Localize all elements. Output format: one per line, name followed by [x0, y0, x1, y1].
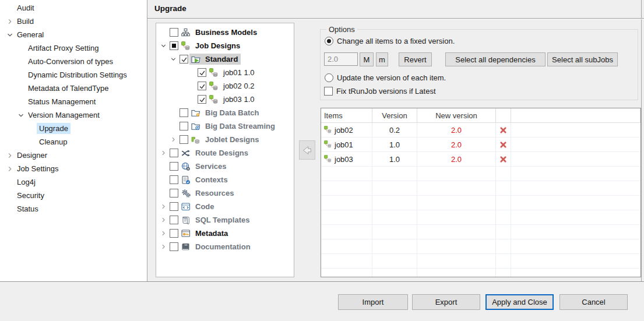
checkbox-unchecked[interactable]	[170, 28, 178, 37]
checkbox-unchecked[interactable]	[170, 229, 178, 238]
sidebar-item-upgrade[interactable]: Upgrade	[0, 122, 147, 135]
checkbox-partial[interactable]	[170, 41, 178, 50]
apply-and-close-button[interactable]: Apply and Close	[485, 294, 554, 310]
tree-item-services[interactable]: Services	[156, 160, 294, 173]
item-new-version[interactable]: 2.0	[417, 152, 496, 167]
sidebar-item-metadata-talendtype[interactable]: Metadata of TalendType	[0, 82, 147, 95]
checkbox-unchecked[interactable]	[170, 175, 178, 184]
radio-unselected[interactable]	[325, 73, 333, 82]
chevron-right-icon[interactable]	[159, 202, 168, 211]
sidebar-item-job-settings[interactable]: Job Settings	[0, 162, 147, 175]
tree-item-code[interactable]: Code	[156, 200, 294, 213]
tree-item-standard[interactable]: Standard	[156, 52, 294, 66]
sidebar-item-build[interactable]: Build	[0, 15, 147, 28]
tree-item-contexts[interactable]: Contexts	[156, 173, 294, 186]
fix-trunjob-option[interactable]: Fix tRunJob versions if Latest	[324, 87, 436, 96]
radio-selected[interactable]	[325, 37, 333, 45]
cancel-button[interactable]: Cancel	[559, 294, 628, 310]
chevron-down-icon[interactable]	[159, 41, 168, 51]
chevron-down-icon[interactable]	[16, 111, 26, 120]
sidebar-item-artifact-proxy[interactable]: Artifact Proxy Setting	[0, 41, 147, 55]
sidebar-item-dynamic-distribution[interactable]: Dynamic Distribution Settings	[0, 68, 147, 82]
sidebar-item-log4j[interactable]: Log4j	[0, 175, 147, 189]
checkbox-unchecked[interactable]	[170, 202, 178, 211]
sidebar-item-designer[interactable]: Designer	[0, 149, 147, 162]
tree-item-job03[interactable]: job03 1.0	[156, 93, 294, 106]
sidebar-item-status[interactable]: Status	[0, 202, 147, 216]
each-item-option[interactable]: Update the version of each item.	[325, 73, 446, 82]
sidebar-item-cleanup[interactable]: Cleanup	[0, 135, 147, 149]
sidebar-item-general[interactable]: General	[0, 28, 147, 41]
table-empty-row	[321, 254, 641, 269]
sidebar-item-status-management[interactable]: Status Management	[0, 95, 147, 108]
remove-item-button[interactable]	[498, 154, 509, 164]
checkbox-unchecked[interactable]	[170, 189, 178, 197]
import-button[interactable]: Import	[338, 294, 408, 310]
tree-item-job02[interactable]: job02 0.2	[156, 79, 294, 93]
fixed-version-option[interactable]: Change all items to a fixed version.	[325, 37, 455, 45]
fixed-version-input[interactable]	[324, 52, 358, 66]
checkbox-unchecked[interactable]	[180, 108, 188, 117]
checkbox-unchecked[interactable]	[170, 162, 178, 171]
select-all-dependencies-button[interactable]: Select all dependencies	[445, 52, 546, 66]
tree-item-big-data-batch[interactable]: Big Data Batch	[156, 106, 294, 119]
tree-item-job-designs[interactable]: Job Designs	[156, 39, 294, 52]
checkbox-checked[interactable]	[198, 95, 206, 104]
chevron-spacer	[186, 95, 196, 104]
checkbox-unchecked[interactable]	[170, 216, 178, 224]
table-row[interactable]: job01 1.0 2.0	[321, 137, 641, 152]
preferences-sidebar: Audit Build General Artifact Proxy Setti…	[0, 0, 147, 281]
chevron-right-icon[interactable]	[159, 242, 168, 252]
tree-item-metadata[interactable]: Metadata	[156, 227, 294, 240]
tree-item-job01[interactable]: job01 1.0	[156, 66, 294, 79]
column-header-new-version[interactable]: New version	[417, 108, 496, 123]
chevron-right-icon[interactable]	[168, 135, 178, 144]
item-selection-tree: Business Models Job Designs Standard job…	[156, 23, 294, 277]
revert-button[interactable]: Revert	[399, 52, 432, 66]
tree-item-sql-templates[interactable]: SQL Templates	[156, 213, 294, 227]
tree-item-documentation[interactable]: Documentation	[156, 240, 294, 253]
minor-version-button[interactable]: m	[376, 52, 388, 66]
chevron-right-icon[interactable]	[5, 17, 15, 26]
tree-item-joblet-designs[interactable]: Joblet Designs	[156, 133, 294, 146]
checkbox-unchecked[interactable]	[180, 135, 188, 144]
chevron-right-icon[interactable]	[5, 164, 15, 174]
sidebar-item-auto-conversion[interactable]: Auto-Conversion of types	[0, 55, 147, 68]
major-version-button[interactable]: M	[360, 52, 374, 66]
sidebar-item-audit[interactable]: Audit	[0, 1, 147, 15]
move-left-button[interactable]	[299, 140, 315, 160]
checkbox-unchecked[interactable]	[170, 149, 178, 157]
select-all-subjobs-button[interactable]: Select all subJobs	[547, 52, 618, 66]
chevron-right-icon[interactable]	[5, 151, 15, 160]
tree-item-label: Services	[193, 161, 228, 172]
preferences-dialog: Audit Build General Artifact Proxy Setti…	[0, 0, 644, 321]
table-row[interactable]: job02 0.2 2.0	[321, 123, 641, 137]
chevron-right-icon[interactable]	[159, 229, 168, 238]
checkbox-checked[interactable]	[198, 68, 206, 77]
item-new-version[interactable]: 2.0	[417, 123, 496, 137]
chevron-down-icon[interactable]	[168, 55, 178, 64]
sidebar-item-security[interactable]: Security	[0, 189, 147, 202]
checkbox-unchecked[interactable]	[170, 242, 178, 251]
checkbox-unchecked[interactable]	[180, 122, 188, 130]
table-row[interactable]: job03 1.0 2.0	[321, 152, 641, 167]
sidebar-divider[interactable]	[147, 0, 147, 281]
item-new-version[interactable]: 2.0	[417, 137, 496, 152]
tree-item-business-models[interactable]: Business Models	[156, 26, 294, 39]
chevron-right-icon[interactable]	[159, 149, 168, 158]
remove-item-button[interactable]	[498, 139, 509, 150]
chevron-down-icon[interactable]	[5, 30, 15, 40]
checkbox-checked[interactable]	[180, 55, 188, 64]
column-header-version[interactable]: Version	[372, 108, 417, 123]
checkbox-checked[interactable]	[198, 82, 206, 90]
tree-item-big-data-streaming[interactable]: Big Data Streaming	[156, 119, 294, 133]
tree-item-label: Metadata	[193, 228, 230, 239]
tree-item-route-designs[interactable]: Route Designs	[156, 146, 294, 160]
export-button[interactable]: Export	[412, 294, 480, 310]
chevron-right-icon[interactable]	[159, 216, 168, 225]
checkbox-unchecked[interactable]	[324, 87, 333, 96]
sidebar-item-version-management[interactable]: Version Management	[0, 108, 147, 122]
remove-item-button[interactable]	[498, 125, 509, 135]
column-header-items[interactable]: Items	[321, 108, 372, 123]
tree-item-resources[interactable]: Resources	[156, 186, 294, 200]
